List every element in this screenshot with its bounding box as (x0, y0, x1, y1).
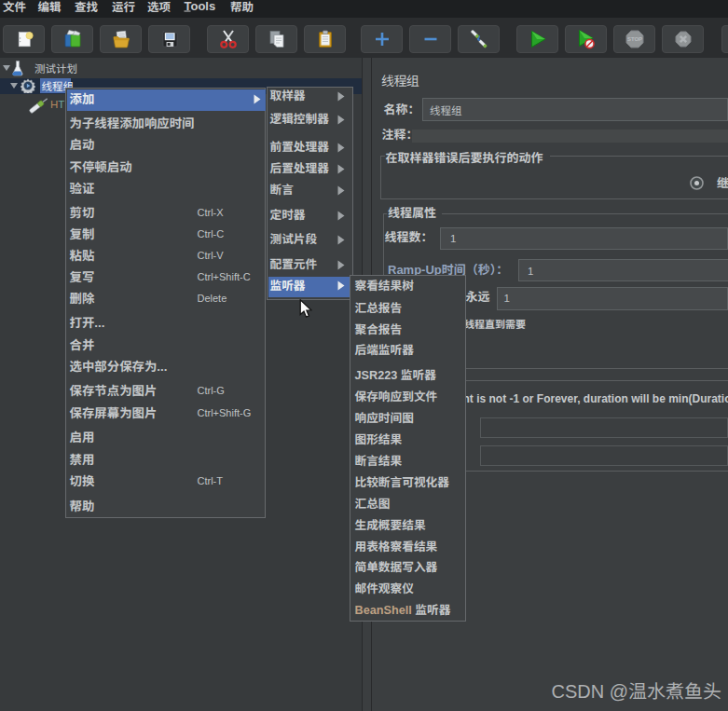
svg-text:STOP: STOP (626, 36, 641, 42)
